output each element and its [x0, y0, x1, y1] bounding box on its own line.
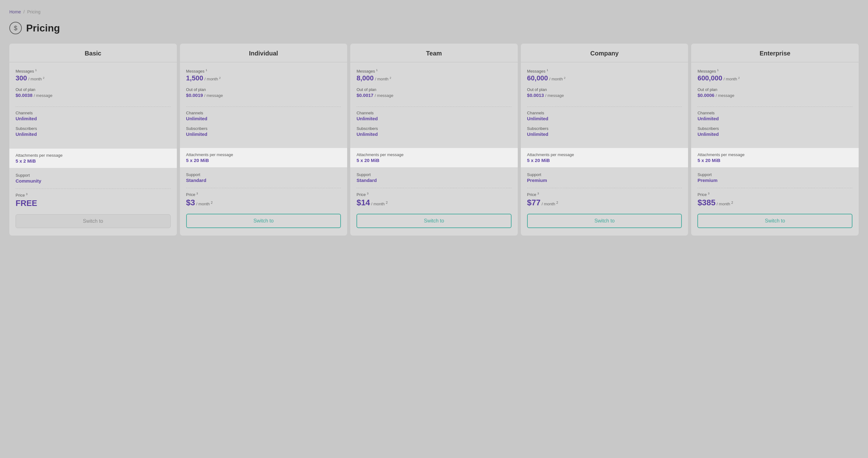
outofplan-label-individual: Out of plan — [186, 87, 341, 92]
plan-name-individual: Individual — [249, 50, 278, 57]
channels-label-basic: Channels — [16, 111, 170, 115]
outofplan-section-team: Out of plan $0.0017 / message — [356, 87, 512, 98]
attachments-label-individual: Attachments per message — [186, 152, 341, 157]
support-label-company: Support — [527, 172, 682, 177]
plan-header-basic: Basic — [9, 44, 177, 62]
outofplan-section-individual: Out of plan $0.0019 / message — [186, 87, 341, 98]
attachments-label-company: Attachments per message — [527, 152, 682, 157]
outofplan-section-company: Out of plan $0.0013 / message — [527, 87, 682, 98]
outofplan-value-individual: $0.0019 / message — [186, 92, 341, 98]
subscribers-section-individual: Subscribers Unlimited — [186, 126, 341, 137]
messages-value-basic: 300 / month 2 — [16, 74, 170, 82]
divider-1-company — [527, 107, 682, 107]
channels-value-enterprise: Unlimited — [698, 116, 852, 121]
subscribers-section-basic: Subscribers Unlimited — [16, 126, 170, 137]
support-label-basic: Support — [16, 173, 170, 178]
divider-1-team — [356, 107, 512, 107]
outofplan-label-enterprise: Out of plan — [698, 87, 852, 92]
outofplan-section-basic: Out of plan $0.0038 / message — [16, 87, 170, 98]
attachments-label-enterprise: Attachments per message — [698, 152, 852, 157]
divider-2-company — [527, 188, 682, 188]
plan-header-team: Team — [350, 44, 518, 62]
attachments-section-enterprise: Attachments per message 5 x 20 MiB — [691, 148, 859, 167]
breadcrumb-current: Pricing — [27, 9, 40, 14]
channels-value-company: Unlimited — [527, 116, 682, 121]
attachments-value-basic: 5 x 2 MiB — [16, 158, 170, 164]
attachments-label-team: Attachments per message — [356, 152, 512, 157]
support-section-individual: Support Standard — [186, 172, 341, 183]
divider-1-enterprise — [698, 107, 852, 107]
support-value-team: Standard — [356, 178, 512, 183]
price-label-team: Price 3 — [356, 192, 512, 197]
page-title: Pricing — [26, 23, 60, 34]
divider-2-basic — [16, 189, 170, 189]
messages-section-basic: Messages 1 300 / month 2 — [16, 68, 170, 82]
price-value-enterprise: $385 / month 2 — [698, 198, 852, 207]
messages-section-individual: Messages 1 1,500 / month 2 — [186, 68, 341, 82]
plan-body-basic: Messages 1 300 / month 2 Out of plan $0.… — [9, 62, 177, 149]
divider-2-team — [356, 188, 512, 188]
switch-button-basic: Switch to — [16, 214, 170, 228]
channels-label-company: Channels — [527, 111, 682, 115]
subscribers-label-team: Subscribers — [356, 126, 512, 131]
price-label-company: Price 3 — [527, 192, 682, 197]
price-section-company: Price 3 $77 / month 2 — [527, 192, 682, 207]
outofplan-value-team: $0.0017 / message — [356, 92, 512, 98]
attachments-value-enterprise: 5 x 20 MiB — [698, 158, 852, 163]
outofplan-value-basic: $0.0038 / message — [16, 92, 170, 98]
channels-section-company: Channels Unlimited — [527, 111, 682, 121]
plan-body-team: Messages 1 8,000 / month 2 Out of plan $… — [350, 62, 518, 148]
messages-section-team: Messages 1 8,000 / month 2 — [356, 68, 512, 82]
channels-section-individual: Channels Unlimited — [186, 111, 341, 121]
plan-body-enterprise: Messages 1 600,000 / month 2 Out of plan… — [691, 62, 859, 148]
plan-footer-individual: Support Standard Price 3 $3 / month 2 Sw… — [180, 167, 347, 235]
messages-section-enterprise: Messages 1 600,000 / month 2 — [698, 68, 852, 82]
plan-footer-enterprise: Support Premium Price 3 $385 / month 2 S… — [691, 167, 859, 235]
plan-card-individual: Individual Messages 1 1,500 / month 2 Ou… — [180, 44, 347, 235]
divider-2-individual — [186, 188, 341, 188]
plan-name-basic: Basic — [85, 50, 101, 57]
channels-label-team: Channels — [356, 111, 512, 115]
switch-button-enterprise[interactable]: Switch to — [698, 214, 852, 228]
outofplan-value-enterprise: $0.0006 / message — [698, 92, 852, 98]
channels-value-basic: Unlimited — [16, 116, 170, 121]
switch-button-company[interactable]: Switch to — [527, 214, 682, 228]
channels-section-basic: Channels Unlimited — [16, 111, 170, 121]
subscribers-label-enterprise: Subscribers — [698, 126, 852, 131]
support-section-team: Support Standard — [356, 172, 512, 183]
price-section-enterprise: Price 3 $385 / month 2 — [698, 192, 852, 207]
messages-value-enterprise: 600,000 / month 2 — [698, 74, 852, 82]
subscribers-label-basic: Subscribers — [16, 126, 170, 131]
channels-section-enterprise: Channels Unlimited — [698, 111, 852, 121]
plan-card-team: Team Messages 1 8,000 / month 2 Out of p… — [350, 44, 518, 235]
plan-name-company: Company — [590, 50, 619, 57]
support-label-enterprise: Support — [698, 172, 852, 177]
messages-value-company: 60,000 / month 2 — [527, 74, 682, 82]
price-label-individual: Price 3 — [186, 192, 341, 197]
outofplan-value-company: $0.0013 / message — [527, 92, 682, 98]
plan-body-individual: Messages 1 1,500 / month 2 Out of plan $… — [180, 62, 347, 148]
support-section-enterprise: Support Premium — [698, 172, 852, 183]
switch-button-team[interactable]: Switch to — [356, 214, 512, 228]
attachments-label-basic: Attachments per message — [16, 153, 170, 158]
switch-button-individual[interactable]: Switch to — [186, 214, 341, 228]
messages-section-company: Messages 1 60,000 / month 2 — [527, 68, 682, 82]
messages-label-individual: Messages 1 — [186, 68, 341, 74]
support-value-basic: Community — [16, 178, 170, 183]
price-value-team: $14 / month 2 — [356, 198, 512, 207]
price-section-basic: Price 3 FREE — [16, 193, 170, 208]
messages-value-individual: 1,500 / month 2 — [186, 74, 341, 82]
support-value-individual: Standard — [186, 178, 341, 183]
plan-footer-company: Support Premium Price 3 $77 / month 2 Sw… — [521, 167, 688, 235]
support-value-company: Premium — [527, 178, 682, 183]
outofplan-label-team: Out of plan — [356, 87, 512, 92]
breadcrumb-home[interactable]: Home — [9, 9, 21, 14]
attachments-section-company: Attachments per message 5 x 20 MiB — [521, 148, 688, 167]
subscribers-label-individual: Subscribers — [186, 126, 341, 131]
price-label-basic: Price 3 — [16, 193, 170, 198]
attachments-value-company: 5 x 20 MiB — [527, 158, 682, 163]
price-section-team: Price 3 $14 / month 2 — [356, 192, 512, 207]
attachments-value-team: 5 x 20 MiB — [356, 158, 512, 163]
plan-body-company: Messages 1 60,000 / month 2 Out of plan … — [521, 62, 688, 148]
breadcrumb: Home / Pricing — [9, 9, 859, 14]
